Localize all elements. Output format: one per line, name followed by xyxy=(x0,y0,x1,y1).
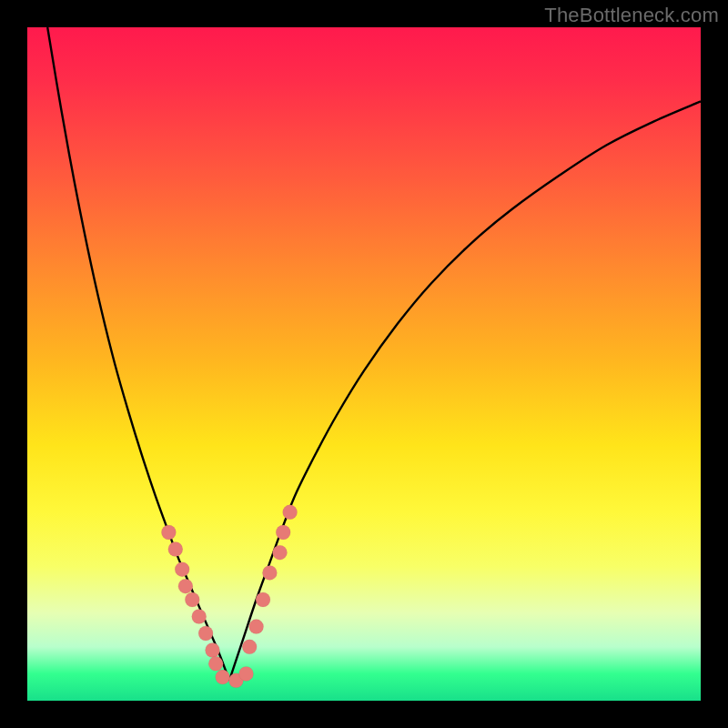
marker-dot xyxy=(262,565,277,580)
plot-area xyxy=(27,27,701,701)
marker-dot xyxy=(216,670,230,684)
marker-dot xyxy=(192,610,207,624)
marker-dot xyxy=(249,620,264,634)
marker-dot xyxy=(283,505,298,520)
right-curve xyxy=(229,101,701,680)
chart-frame: TheBottleneck.com xyxy=(0,0,728,728)
marker-dot xyxy=(168,542,183,557)
marker-dot xyxy=(273,545,288,560)
marker-dot xyxy=(239,666,254,681)
marker-dot xyxy=(242,640,257,654)
marker-dot xyxy=(161,525,176,540)
left-curve xyxy=(47,27,229,681)
markers-group xyxy=(161,505,297,688)
marker-dot xyxy=(178,579,193,593)
marker-dot xyxy=(198,626,213,641)
watermark-text: TheBottleneck.com xyxy=(544,4,719,27)
marker-dot xyxy=(185,592,199,607)
marker-dot xyxy=(256,592,270,607)
marker-dot xyxy=(276,525,290,540)
marker-dot xyxy=(175,562,189,577)
marker-dot xyxy=(206,643,220,658)
marker-dot xyxy=(208,656,223,671)
chart-svg xyxy=(27,27,701,701)
